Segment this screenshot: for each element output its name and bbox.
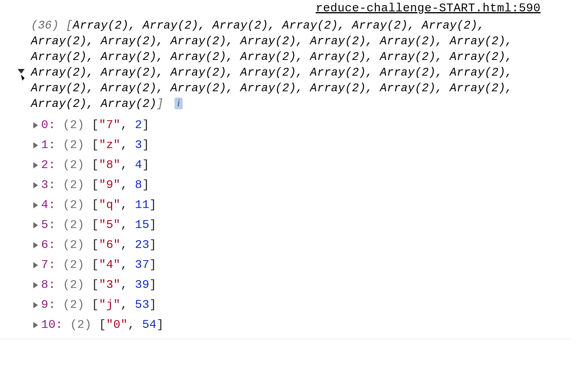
entry-key: "j" <box>99 298 120 311</box>
array-entry[interactable]: 3: (2) ["9", 8] <box>33 175 543 195</box>
expand-triangle-icon[interactable] <box>33 282 38 288</box>
entry-value: 4 <box>135 158 142 172</box>
array-entry[interactable]: 6: (2) ["6", 23] <box>33 235 543 255</box>
entry-index: 5: <box>41 218 56 232</box>
entry-index: 3: <box>41 178 56 192</box>
array-summary-items: Array(2), Array(2), Array(2), Array(2), … <box>31 19 512 110</box>
entry-key: "8" <box>99 158 120 172</box>
expand-triangle-icon[interactable] <box>33 122 38 128</box>
entry-index: 7: <box>41 258 56 271</box>
expand-triangle-icon[interactable] <box>33 262 38 268</box>
entry-key: "0" <box>106 318 128 331</box>
console-log-entry: reduce-challenge-START.html:590 (36) [Ar… <box>18 2 543 335</box>
entry-value: 11 <box>135 198 149 212</box>
entry-key: "z" <box>99 138 120 152</box>
entry-key: "9" <box>99 178 120 192</box>
entry-key: "3" <box>99 278 120 291</box>
expand-triangle-icon[interactable] <box>33 302 38 308</box>
entry-length: (2) <box>63 178 84 192</box>
expand-triangle-icon[interactable] <box>33 182 38 188</box>
entry-length: (2) <box>63 238 84 251</box>
entry-index: 4: <box>41 198 56 212</box>
entry-value: 2 <box>135 118 142 132</box>
expand-triangle-icon[interactable] <box>33 202 38 208</box>
entry-value: 3 <box>135 138 142 152</box>
expanded-entries: 0: (2) ["7", 2]1: (2) ["z", 3]2: (2) ["8… <box>18 115 543 335</box>
array-entry[interactable]: 7: (2) ["4", 37] <box>33 255 543 275</box>
info-icon[interactable]: i <box>174 98 183 109</box>
entry-length: (2) <box>63 138 84 152</box>
entry-index: 9: <box>41 298 56 311</box>
array-length: (36) <box>31 19 59 32</box>
entry-value: 15 <box>135 218 149 232</box>
mouse-cursor-icon <box>21 74 25 80</box>
entry-length: (2) <box>63 198 84 212</box>
entry-key: "6" <box>99 238 120 251</box>
entry-length: (2) <box>70 318 92 331</box>
expand-triangle-icon[interactable] <box>33 142 38 148</box>
expand-triangle-icon[interactable] <box>33 162 38 168</box>
entry-index: 1: <box>41 138 56 152</box>
array-entry[interactable]: 2: (2) ["8", 4] <box>33 155 543 175</box>
entry-value: 54 <box>142 318 157 331</box>
entry-length: (2) <box>63 218 84 232</box>
array-entry[interactable]: 9: (2) ["j", 53] <box>33 295 543 315</box>
array-entry[interactable]: 4: (2) ["q", 11] <box>33 195 543 215</box>
entry-key: "4" <box>99 258 120 271</box>
entry-index: 2: <box>41 158 56 172</box>
expand-triangle-icon[interactable] <box>33 222 38 228</box>
expand-triangle-icon[interactable] <box>33 322 38 328</box>
entry-index: 0: <box>41 118 56 132</box>
entry-value: 23 <box>135 238 149 251</box>
source-link[interactable]: reduce-challenge-START.html:590 <box>18 2 541 15</box>
entry-length: (2) <box>63 298 84 311</box>
array-summary[interactable]: (36) [Array(2), Array(2), Array(2), Arra… <box>18 18 543 112</box>
entry-key: "7" <box>99 118 120 132</box>
entry-value: 37 <box>135 258 149 271</box>
entry-length: (2) <box>63 158 84 172</box>
entry-value: 8 <box>135 178 142 192</box>
array-entry[interactable]: 1: (2) ["z", 3] <box>33 135 543 155</box>
entry-value: 53 <box>135 298 149 311</box>
entry-index: 6: <box>41 238 56 251</box>
array-entry[interactable]: 10: (2) ["0", 54] <box>33 315 543 335</box>
array-entry[interactable]: 0: (2) ["7", 2] <box>33 115 543 135</box>
entry-length: (2) <box>63 118 84 132</box>
divider <box>0 339 570 339</box>
array-entry[interactable]: 8: (2) ["3", 39] <box>33 275 543 295</box>
entry-index: 8: <box>41 278 56 291</box>
entry-length: (2) <box>63 278 84 291</box>
entry-key: "q" <box>99 198 120 212</box>
entry-index: 10: <box>41 318 63 331</box>
entry-value: 39 <box>135 278 149 291</box>
entry-length: (2) <box>63 258 84 271</box>
entry-key: "5" <box>99 218 120 232</box>
expand-toggle-icon[interactable] <box>18 69 25 74</box>
expand-triangle-icon[interactable] <box>33 242 38 248</box>
array-entry[interactable]: 5: (2) ["5", 15] <box>33 215 543 235</box>
